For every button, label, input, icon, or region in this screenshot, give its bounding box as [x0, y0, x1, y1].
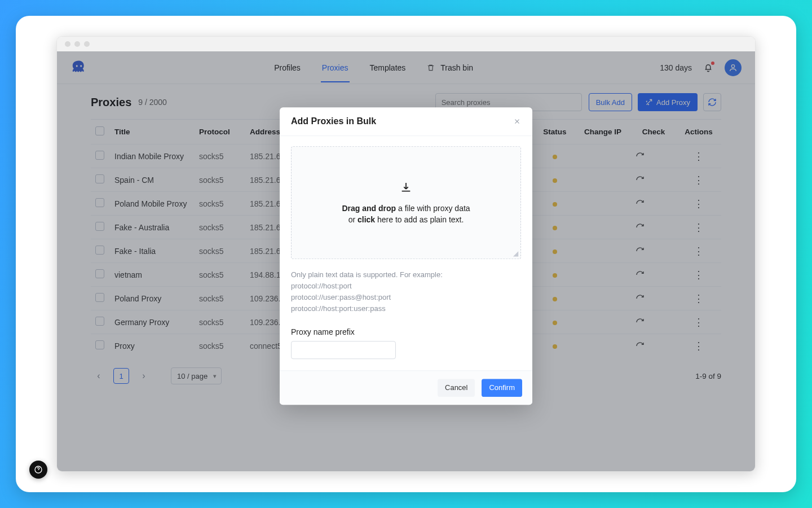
modal-header: Add Proxies in Bulk — [280, 107, 532, 136]
traffic-light-close[interactable] — [65, 41, 70, 47]
dropzone[interactable]: Drag and drop a file with proxy data or … — [291, 146, 521, 259]
resize-handle-icon: ◢ — [513, 249, 518, 257]
prefix-label: Proxy name prefix — [291, 327, 521, 336]
device-frame: Profiles Proxies Templates Trash bin 130… — [16, 16, 796, 492]
download-icon — [400, 181, 412, 194]
help-text: Only plain text data is supported. For e… — [291, 269, 521, 315]
modal-title: Add Proxies in Bulk — [291, 116, 376, 126]
modal-body: Drag and drop a file with proxy data or … — [280, 136, 532, 370]
dropzone-line2: or click here to add as plain text. — [348, 215, 464, 224]
window-titlebar — [57, 37, 755, 51]
traffic-light-max[interactable] — [84, 41, 90, 47]
bulk-add-modal: Add Proxies in Bulk Drag and drop a file… — [280, 107, 532, 405]
cancel-button[interactable]: Cancel — [438, 379, 475, 397]
app-window: Profiles Proxies Templates Trash bin 130… — [56, 36, 756, 472]
prefix-input[interactable] — [291, 341, 396, 359]
app-root: Profiles Proxies Templates Trash bin 130… — [57, 51, 755, 472]
modal-close-button[interactable] — [513, 117, 521, 125]
dropzone-line1: Drag and drop a file with proxy data — [342, 204, 470, 213]
confirm-button[interactable]: Confirm — [482, 379, 522, 397]
help-fab[interactable] — [29, 461, 47, 479]
traffic-light-min[interactable] — [74, 41, 80, 47]
modal-footer: Cancel Confirm — [280, 370, 532, 405]
